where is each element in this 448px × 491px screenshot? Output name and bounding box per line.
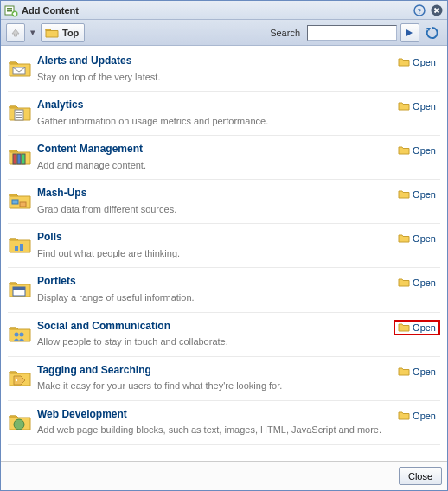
nav-up-button[interactable] bbox=[6, 23, 25, 42]
add-content-icon bbox=[4, 3, 18, 17]
list-item-title[interactable]: Alerts and Updates bbox=[37, 54, 394, 68]
list-item: PollsFind out what people are thinking.O… bbox=[8, 224, 440, 268]
folder-alert-icon bbox=[8, 56, 32, 80]
open-label: Open bbox=[413, 277, 436, 288]
open-link[interactable]: Open bbox=[394, 275, 440, 290]
svg-rect-22 bbox=[13, 287, 25, 290]
folder-poll-icon bbox=[8, 233, 32, 257]
list-item-main: Web DevelopmentAdd web page building blo… bbox=[37, 408, 394, 437]
svg-rect-19 bbox=[15, 246, 18, 251]
open-label: Open bbox=[413, 233, 436, 244]
breadcrumb-top[interactable]: Top bbox=[41, 23, 85, 42]
open-label: Open bbox=[413, 411, 436, 421]
open-label: Open bbox=[413, 322, 436, 333]
svg-point-26 bbox=[14, 419, 24, 430]
folder-tag-icon bbox=[8, 366, 32, 390]
svg-rect-13 bbox=[16, 117, 22, 118]
svg-rect-1 bbox=[7, 8, 12, 10]
open-label: Open bbox=[413, 145, 436, 156]
window-title: Add Content bbox=[22, 5, 79, 16]
folder-portlet-icon bbox=[8, 277, 32, 301]
list-item-title[interactable]: Mash-Ups bbox=[37, 187, 394, 201]
svg-point-25 bbox=[16, 379, 17, 380]
list-item-desc: Make it easy for your users to find what… bbox=[37, 379, 394, 393]
svg-point-24 bbox=[20, 332, 24, 336]
folder-icon bbox=[398, 277, 410, 288]
open-link[interactable]: Open bbox=[394, 231, 440, 246]
list-item-title[interactable]: Portlets bbox=[37, 275, 394, 289]
open-label: Open bbox=[413, 57, 436, 67]
refresh-button[interactable] bbox=[423, 23, 442, 42]
list-item-title[interactable]: Social and Communication bbox=[37, 320, 394, 334]
list-item-title[interactable]: Polls bbox=[37, 231, 394, 245]
list-item: Mash-UpsGrab data from different sources… bbox=[8, 180, 440, 224]
list-item: Content ManagementAdd and manage content… bbox=[8, 136, 440, 180]
folder-icon bbox=[398, 101, 410, 112]
close-icon[interactable] bbox=[430, 3, 444, 17]
nav-dropdown[interactable]: ▾ bbox=[29, 27, 37, 38]
list-item-desc: Stay on top of the very latest. bbox=[37, 70, 394, 85]
svg-rect-17 bbox=[12, 200, 18, 204]
content-list: Alerts and UpdatesStay on top of the ver… bbox=[1, 46, 447, 461]
svg-rect-11 bbox=[16, 112, 22, 113]
open-link[interactable]: Open bbox=[394, 320, 440, 335]
svg-rect-15 bbox=[17, 154, 21, 164]
list-item-desc: Allow people to stay in touch and collab… bbox=[37, 335, 394, 349]
list-item-main: Tagging and SearchingMake it easy for yo… bbox=[37, 364, 394, 393]
list-item: Alerts and UpdatesStay on top of the ver… bbox=[8, 48, 440, 92]
folder-web-icon bbox=[8, 410, 32, 434]
search-go-button[interactable] bbox=[400, 23, 419, 42]
open-link[interactable]: Open bbox=[394, 364, 440, 379]
svg-rect-2 bbox=[7, 10, 12, 12]
open-link[interactable]: Open bbox=[394, 54, 440, 70]
svg-rect-12 bbox=[16, 115, 22, 116]
folder-doc-icon bbox=[8, 100, 32, 124]
titlebar: Add Content ? bbox=[1, 1, 447, 20]
folder-icon bbox=[398, 145, 410, 156]
svg-rect-5 bbox=[13, 13, 16, 15]
open-label: Open bbox=[413, 189, 436, 200]
list-item-main: PollsFind out what people are thinking. bbox=[37, 231, 394, 260]
open-label: Open bbox=[413, 101, 436, 112]
list-item-title[interactable]: Web Development bbox=[37, 408, 394, 422]
close-button[interactable]: Close bbox=[399, 467, 442, 485]
list-item-main: Social and CommunicationAllow people to … bbox=[37, 320, 394, 349]
svg-text:?: ? bbox=[418, 6, 422, 15]
list-item: PortletsDisplay a range of useful inform… bbox=[8, 268, 440, 312]
list-item-title[interactable]: Content Management bbox=[37, 143, 394, 156]
list-item: AnalyticsGather information on usage met… bbox=[8, 92, 440, 136]
open-link[interactable]: Open bbox=[394, 187, 440, 202]
open-link[interactable]: Open bbox=[394, 408, 440, 424]
list-item-desc: Add and manage content. bbox=[37, 158, 394, 173]
footer: Close bbox=[1, 461, 447, 490]
help-button[interactable]: ? bbox=[413, 3, 426, 17]
svg-rect-16 bbox=[22, 154, 25, 164]
folder-icon bbox=[398, 322, 410, 333]
list-item-desc: Display a range of useful information. bbox=[37, 290, 394, 305]
folder-people-icon bbox=[8, 322, 32, 346]
add-content-dialog: Add Content ? ▾ Top Search Alerts and Up… bbox=[0, 0, 448, 491]
folder-icon bbox=[398, 367, 410, 377]
list-item-desc: Grab data from different sources. bbox=[37, 202, 394, 217]
svg-rect-18 bbox=[20, 202, 26, 207]
folder-icon bbox=[398, 233, 410, 244]
list-item: Web DevelopmentAdd web page building blo… bbox=[8, 401, 440, 445]
svg-rect-14 bbox=[13, 154, 16, 164]
list-item-title[interactable]: Analytics bbox=[37, 99, 394, 112]
list-item-desc: Gather information on usage metrics and … bbox=[37, 114, 394, 129]
open-link[interactable]: Open bbox=[394, 143, 440, 158]
open-link[interactable]: Open bbox=[394, 99, 440, 114]
folder-books-icon bbox=[8, 144, 32, 169]
folder-icon bbox=[398, 57, 410, 67]
list-item-main: Content ManagementAdd and manage content… bbox=[37, 143, 394, 172]
search-label: Search bbox=[270, 28, 300, 38]
list-item-title[interactable]: Tagging and Searching bbox=[37, 364, 394, 378]
list-item-main: Mash-UpsGrab data from different sources… bbox=[37, 187, 394, 216]
search-input[interactable] bbox=[307, 25, 397, 41]
toolbar: ▾ Top Search bbox=[1, 20, 447, 46]
folder-icon bbox=[398, 189, 410, 200]
breadcrumb-label: Top bbox=[62, 28, 79, 38]
list-item-desc: Add web page building blocks, such as te… bbox=[37, 423, 394, 437]
open-label: Open bbox=[413, 367, 436, 377]
list-item-main: PortletsDisplay a range of useful inform… bbox=[37, 275, 394, 304]
